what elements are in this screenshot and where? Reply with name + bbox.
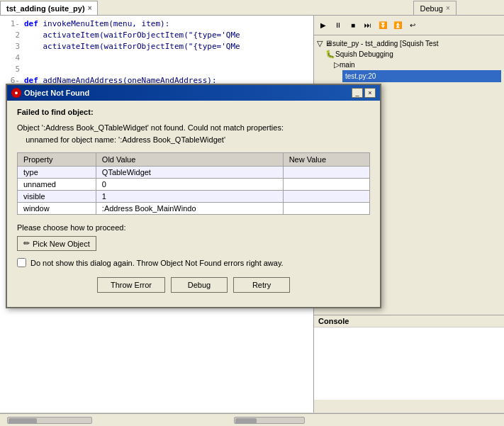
console-panel: Console [314, 315, 504, 400]
table-row: visible 1 [18, 191, 370, 203]
debug-button[interactable]: Debug [171, 277, 228, 293]
retry-button[interactable]: Retry [233, 277, 290, 293]
table-cell-property: window [18, 203, 96, 215]
proceed-label: Please choose how to proceed: [17, 223, 370, 232]
debug-tree-squish[interactable]: 🐛 Squish Debugging [325, 49, 501, 60]
dialog-close-btn[interactable]: × [364, 88, 376, 98]
table-header-old-value: Old Value [96, 153, 283, 167]
table-row: window :Address Book_MainWindo [18, 203, 370, 215]
code-line-1: 1- def invokeMenuItem(menu, item): [3, 18, 310, 30]
pick-icon: ✏ [23, 239, 30, 248]
debug-tree-main[interactable]: ▷ main [334, 60, 501, 70]
toolbar-btn-pause[interactable]: ⏸ [332, 19, 345, 32]
scrollbar-bottom-left[interactable] [7, 417, 92, 424]
tab-debug-close[interactable]: × [446, 4, 450, 12]
toolbar-btn-stop[interactable]: ■ [347, 19, 359, 32]
table-cell-new-value [283, 179, 369, 191]
table-cell-new-value [283, 167, 369, 179]
tab-tst-adding-close[interactable]: × [88, 4, 92, 12]
pick-new-object-button[interactable]: ✏ Pick New Object [17, 236, 96, 251]
table-header-new-value: New Value [283, 153, 369, 167]
throw-error-button[interactable]: Throw Error [97, 277, 165, 293]
properties-table: Property Old Value New Value type QTable… [17, 152, 370, 215]
tab-tst-adding[interactable]: tst_adding (suite_py) × [0, 1, 98, 15]
dialog-title-left: ● Object Not Found [11, 88, 89, 98]
code-line-5: 5 [3, 64, 310, 75]
table-cell-old-value: QTableWidget [96, 167, 283, 179]
checkbox-row: Do not show this dialog again. Throw Obj… [17, 258, 370, 267]
table-cell-new-value [283, 191, 369, 203]
debug-toolbar: ▶ ⏸ ■ ⏭ ⏬ ⏫ ↩ [314, 16, 504, 35]
debug-tree-selected[interactable]: test.py:20 [342, 70, 501, 82]
dialog-error-heading: Failed to find object: [17, 108, 370, 116]
toolbar-btn-step-out[interactable]: ⏫ [391, 19, 404, 32]
table-cell-old-value: 1 [96, 191, 283, 203]
scroll-thumb-left[interactable] [9, 418, 37, 424]
scroll-thumb-right[interactable] [235, 418, 257, 424]
table-row: unnamed 0 [18, 179, 370, 191]
toolbar-btn-resume[interactable]: ▶ [317, 19, 330, 32]
table-cell-old-value: :Address Book_MainWindo [96, 203, 283, 215]
tab-debug[interactable]: Debug × [413, 1, 456, 15]
dialog-controls: _ × [352, 88, 376, 98]
table-cell-property: unnamed [18, 179, 96, 191]
console-header: Console [314, 315, 504, 327]
debug-tree-root[interactable]: ▽ 🖥 suite_py - tst_adding [Squish Test [317, 38, 501, 49]
toolbar-btn-step-over[interactable]: ⏭ [362, 19, 374, 32]
code-line-3: 3 activateItem(waitForObjectItem("{type=… [3, 41, 310, 52]
table-cell-property: visible [18, 191, 96, 203]
no-show-checkbox[interactable] [17, 258, 26, 267]
dialog-footer: Throw Error Debug Retry [17, 277, 370, 300]
tab-debug-label: Debug [420, 4, 442, 13]
dialog-body: Failed to find object: Object ':Address … [7, 101, 380, 307]
toolbar-btn-return[interactable]: ↩ [406, 19, 419, 32]
bottom-bar [0, 413, 504, 426]
tab-tst-adding-label: tst_adding (suite_py) [6, 4, 85, 13]
table-row: type QTableWidget [18, 167, 370, 179]
code-line-2: 2 activateItem(waitForObjectItem("{type=… [3, 30, 310, 41]
dialog-error-icon: ● [11, 88, 21, 98]
checkbox-label: Do not show this dialog again. Throw Obj… [30, 259, 284, 267]
table-cell-old-value: 0 [96, 179, 283, 191]
code-area: 1- def invokeMenuItem(menu, item): 2 act… [0, 16, 313, 89]
dialog-minimize-btn[interactable]: _ [352, 88, 363, 98]
toolbar-btn-step-into[interactable]: ⏬ [376, 19, 389, 32]
dialog-titlebar: ● Object Not Found _ × [7, 85, 380, 101]
code-line-4: 4 [3, 52, 310, 64]
scrollbar-bottom-right[interactable] [234, 417, 305, 424]
table-cell-property: type [18, 167, 96, 179]
table-header-property: Property [18, 153, 96, 167]
dialog-title: Object Not Found [24, 89, 89, 97]
object-not-found-dialog: ● Object Not Found _ × Failed to find ob… [6, 84, 381, 308]
dialog-description: Object ':Address Book_QTableWidget' not … [17, 122, 370, 145]
top-tab-bar: tst_adding (suite_py) × Debug × [0, 0, 504, 16]
debug-tree: ▽ 🖥 suite_py - tst_adding [Squish Test 🐛… [314, 35, 504, 85]
table-cell-new-value [283, 203, 369, 215]
pick-btn-label: Pick New Object [33, 240, 90, 248]
